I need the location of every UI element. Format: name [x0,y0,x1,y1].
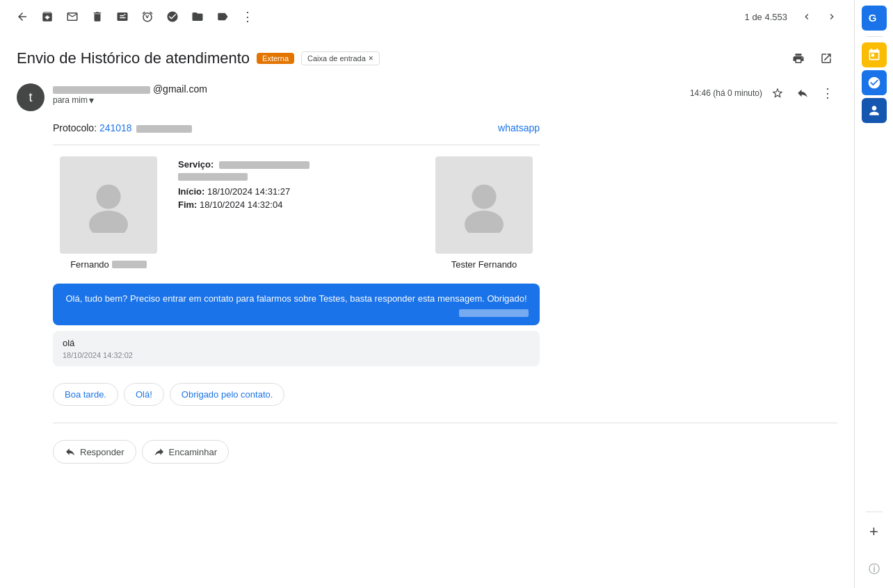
more-button[interactable]: ⋮ [236,6,259,28]
agent1-name: Fernando [70,259,147,270]
move-button[interactable] [186,6,209,28]
remove-inbox-badge[interactable]: × [369,54,373,63]
agent2-name: Tester Fernando [451,259,517,270]
chat-container: Olá, tudo bem? Preciso entrar em contato… [53,284,540,366]
agent2-avatar [435,156,533,254]
sender-name: @gmail.com [53,83,207,95]
svg-point-1 [89,211,128,233]
task-button[interactable] [161,6,184,28]
delete-button[interactable] [86,6,108,28]
sender-avatar: t [17,83,45,111]
sidebar-divider-2 [866,512,883,512]
snooze-button[interactable] [136,6,159,28]
bottom-divider [53,423,837,423]
next-email-button[interactable] [821,6,843,28]
protocol-link[interactable]: 241018 [99,122,192,133]
add-app-button[interactable]: + [860,518,888,546]
prev-email-button[interactable] [796,6,818,28]
chevron-down-icon: ▾ [89,95,94,106]
archive-button[interactable] [36,6,58,28]
more-options-icon: ⋮ [821,85,834,101]
whatsapp-link[interactable]: whatsapp [498,122,540,133]
agent-cards: Fernando Serviço: Início: [53,156,540,270]
print-button[interactable] [787,47,810,70]
sidebar-divider-1 [866,36,883,37]
agent1-card: Fernando [53,156,164,270]
content-divider [53,145,540,145]
pagination-label: 1 de 4.553 [745,12,787,22]
agent2-card: Tester Fernando [428,156,540,270]
svg-point-0 [96,184,120,209]
label-button[interactable] [211,6,234,28]
info-icon: ⓘ [869,562,880,577]
contacts-button[interactable] [862,98,887,123]
right-sidebar: G + ⓘ [854,0,893,588]
open-in-new-button[interactable] [815,47,837,70]
calendar-button[interactable] [862,42,887,67]
email-subject: Envio de Histórico de atendimento [17,49,250,67]
svg-text:G: G [868,12,876,24]
incoming-message: olá 18/10/2024 14:32:02 [53,331,540,366]
service-info: Serviço: Início: 18/10/2024 14:31:27 Fim… [178,156,415,210]
protocol-text: Protocolo: 241018 [53,122,192,133]
more-icon: ⋮ [241,9,254,24]
tasks-button[interactable] [862,70,887,95]
badge-inbox[interactable]: Caixa de entrada × [301,51,380,65]
forward-button[interactable]: Encaminhar [142,440,229,464]
read-unread-button[interactable] [61,6,83,28]
action-buttons: Responder Encaminhar [53,440,837,464]
back-button[interactable] [11,6,33,28]
more-options-button[interactable]: ⋮ [818,83,837,103]
svg-point-3 [465,211,504,233]
recipient-label[interactable]: para mim ▾ [53,95,690,106]
svg-point-2 [472,184,496,209]
quick-reply-3[interactable]: Obrigado pelo contato. [170,383,285,406]
star-button[interactable] [768,83,787,103]
quick-reply-2[interactable]: Olá! [124,383,164,406]
quick-replies: Boa tarde. Olá! Obrigado pelo contato. [53,383,837,406]
email-time: 14:46 (há 0 minuto) [690,88,762,98]
agent1-avatar [60,156,157,254]
reply-button-header[interactable] [793,83,812,103]
quick-reply-1[interactable]: Boa tarde. [53,383,118,406]
google-workspace-button[interactable]: G [862,6,887,31]
mark-button[interactable] [111,6,134,28]
plus-icon: + [869,523,878,541]
reply-button[interactable]: Responder [53,440,136,464]
outgoing-message: Olá, tudo bem? Preciso entrar em contato… [53,284,540,325]
badge-externa: Externa [257,53,294,64]
